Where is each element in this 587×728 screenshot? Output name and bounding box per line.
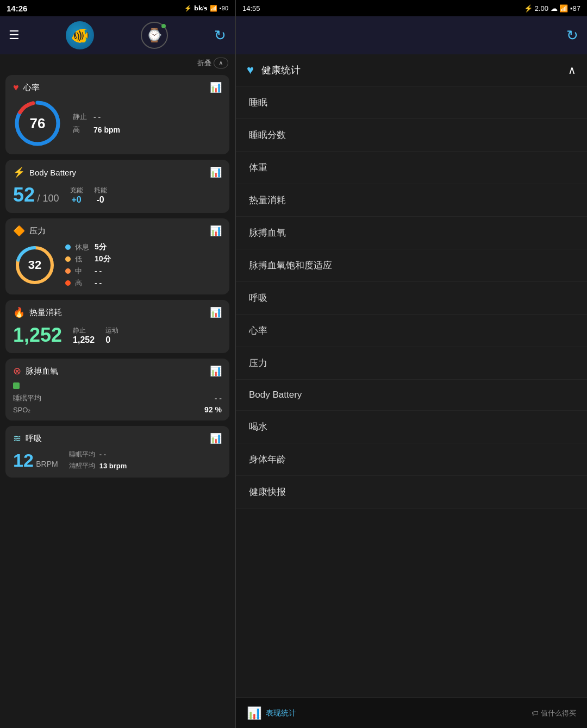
calories-value: 1,252 (13, 324, 62, 347)
watermark: 🏷 值什么得买 (532, 708, 576, 718)
right-refresh-icon[interactable]: ↻ (566, 27, 578, 44)
performance-stats-nav-item[interactable]: 📊 表现统计 (247, 706, 296, 720)
spo2-title: ⊗ 脉搏血氧 (13, 365, 58, 377)
stress-row-high: 高 - - (65, 278, 116, 288)
stress-stats: 休息 5分 低 10分 中 - - 高 (65, 242, 116, 288)
menu-item-body-age[interactable]: 身体年龄 (236, 443, 587, 476)
fold-bar: 折叠 ∧ (0, 54, 235, 72)
heart-rate-body: 76 静止 - - 高 76 bpm (13, 99, 222, 148)
spo2-sleep-row: 睡眠平均 - - (13, 393, 222, 403)
refresh-icon[interactable]: ↻ (214, 27, 226, 44)
calories-header: 🔥 热量消耗 📊 (13, 306, 222, 318)
menu-item-calories[interactable]: 热量消耗 (236, 184, 587, 217)
breathing-header: ≋ 呼吸 📊 (13, 432, 222, 444)
fold-button[interactable]: ∧ (214, 58, 228, 68)
bb-drain-stat: 耗能 -0 (94, 186, 107, 205)
app-logo: 🐠 (66, 21, 94, 49)
heart-rate-value: 76 (30, 115, 46, 132)
spo2-card: ⊗ 脉搏血氧 📊 睡眠平均 - - SPO₂ 92 % (5, 359, 229, 421)
breathing-title: ≋ 呼吸 (13, 432, 42, 444)
breathing-card: ≋ 呼吸 📊 12 BRPM 睡眠平均 - - 清醒平均 1 (5, 426, 229, 478)
menu-item-breathing[interactable]: 呼吸 (236, 282, 587, 315)
menu-item-weight[interactable]: 体重 (236, 152, 587, 184)
hr-high-row: 高 76 bpm (73, 125, 120, 135)
heart-icon: ♥ (13, 82, 19, 93)
body-battery-chart-icon[interactable]: 📊 (210, 166, 222, 178)
calories-body: 1,252 静止 1,252 运动 0 (13, 324, 222, 347)
section-chevron-icon[interactable]: ∧ (568, 64, 576, 77)
left-time: 14:26 (7, 4, 27, 13)
menu-item-heart-rate[interactable]: 心率 (236, 315, 587, 347)
breathing-stats: 睡眠平均 - - 清醒平均 13 brpm (69, 450, 127, 470)
menu-item-health-snapshot[interactable]: 健康快报 (236, 476, 587, 509)
menu-item-sleep-score[interactable]: 睡眠分数 (236, 119, 587, 152)
health-stats-icon: ♥ (247, 63, 254, 77)
body-battery-icon: ⚡ (13, 166, 25, 178)
left-panel: 14:26 ⚡ 𝗯𝗸/𝘀 📶 ▪90 ☰ 🐠 ⌚ ↻ 折叠 ∧ (0, 0, 235, 728)
body-battery-body: 52 / 100 充能 +0 耗能 -0 (13, 184, 222, 206)
cal-stats: 静止 1,252 运动 0 (73, 326, 118, 345)
health-stats-title: 健康统计 (261, 64, 560, 77)
menu-item-spo2[interactable]: 脉搏血氧 (236, 217, 587, 249)
menu-item-sleep[interactable]: 睡眠 (236, 86, 587, 119)
left-top-bar: ☰ 🐠 ⌚ ↻ (0, 16, 235, 54)
fold-label: 折叠 (197, 58, 211, 68)
breath-sleep-row: 睡眠平均 - - (69, 450, 127, 459)
heart-rate-chart-icon[interactable]: 📊 (210, 81, 222, 93)
menu-item-body-battery[interactable]: Body Battery (236, 380, 587, 411)
right-panel: 14:55 ⚡ 2.00 ☁ 📶 ▪87 ↻ ♥ 健康统计 ∧ 睡眠 睡眠分数 … (236, 0, 587, 728)
spo2-body: 睡眠平均 - - SPO₂ 92 % (13, 382, 222, 414)
performance-stats-label: 表现统计 (266, 708, 296, 718)
heart-rate-title: ♥ 心率 (13, 82, 40, 93)
cards-container: ♥ 心率 📊 76 (0, 72, 235, 728)
bluetooth-icon: ⚡ (184, 5, 192, 12)
connected-dot (161, 24, 166, 28)
right-status-icons: ⚡ 2.00 ☁ 📶 ▪87 (524, 4, 580, 12)
spo2-chart-icon[interactable]: 📊 (210, 365, 222, 377)
body-battery-header: ⚡ Body Battery 📊 (13, 166, 222, 178)
menu-item-spo2-adaptation[interactable]: 脉搏血氧饱和度适应 (236, 249, 587, 282)
right-bt-icon: ⚡ (524, 4, 533, 12)
right-top-bar: ↻ (236, 16, 587, 54)
stress-body: 32 休息 5分 低 10分 中 (13, 242, 222, 288)
left-status-icons: ⚡ 𝗯𝗸/𝘀 📶 ▪90 (184, 5, 228, 12)
stress-row-low: 低 10分 (65, 254, 116, 264)
stress-header: 🔶 压力 📊 (13, 225, 222, 237)
breathing-body: 12 BRPM 睡眠平均 - - 清醒平均 13 brpm (13, 450, 222, 471)
bb-charge-stat: 充能 +0 (70, 186, 83, 205)
breathing-unit: BRPM (36, 460, 58, 468)
signal-icon: 📶 (210, 5, 217, 12)
stress-icon: 🔶 (13, 225, 25, 237)
right-wifi-icon: 2.00 ☁ (535, 4, 558, 12)
stress-dot-high (65, 280, 71, 286)
left-status-bar: 14:26 ⚡ 𝗯𝗸/𝘀 📶 ▪90 (0, 0, 235, 16)
bottom-nav: 📊 表现统计 🏷 值什么得买 (236, 698, 587, 728)
hr-static-row: 静止 - - (73, 112, 120, 122)
seahorse-icon: 🐠 (71, 27, 90, 45)
watermark-icon: 🏷 (532, 709, 539, 717)
breathing-chart-icon[interactable]: 📊 (210, 432, 222, 444)
watermark-text: 值什么得买 (541, 708, 576, 718)
calories-card: 🔥 热量消耗 📊 1,252 静止 1,252 运动 0 (5, 300, 229, 353)
cal-rest-stat: 静止 1,252 (73, 326, 95, 345)
spo2-indicator (13, 382, 20, 389)
spo2-value-row: SPO₂ 92 % (13, 405, 222, 414)
spo2-stats: 睡眠平均 - - SPO₂ 92 % (13, 393, 222, 414)
calories-chart-icon[interactable]: 📊 (210, 306, 222, 318)
right-status-bar: 14:55 ⚡ 2.00 ☁ 📶 ▪87 (236, 0, 587, 16)
hr-stats: 静止 - - 高 76 bpm (73, 112, 120, 135)
bb-stats: 充能 +0 耗能 -0 (70, 186, 107, 205)
health-stats-section-header[interactable]: ♥ 健康统计 ∧ (236, 54, 587, 86)
stress-chart-icon[interactable]: 📊 (210, 225, 222, 237)
heart-rate-ring: 76 (13, 99, 62, 148)
menu-item-hydration[interactable]: 喝水 (236, 411, 587, 443)
stress-row-rest: 休息 5分 (65, 242, 116, 252)
menu-item-stress[interactable]: 压力 (236, 347, 587, 380)
bb-value: 52 (13, 184, 35, 206)
watch-icon[interactable]: ⌚ (141, 22, 168, 49)
stress-value: 32 (28, 258, 41, 272)
stress-ring: 32 (13, 243, 57, 287)
menu-list: ♥ 健康统计 ∧ 睡眠 睡眠分数 体重 热量消耗 脉搏血氧 脉搏血氧饱和度适应 … (236, 54, 587, 698)
hamburger-menu-icon[interactable]: ☰ (9, 28, 20, 42)
right-time: 14:55 (242, 4, 260, 12)
